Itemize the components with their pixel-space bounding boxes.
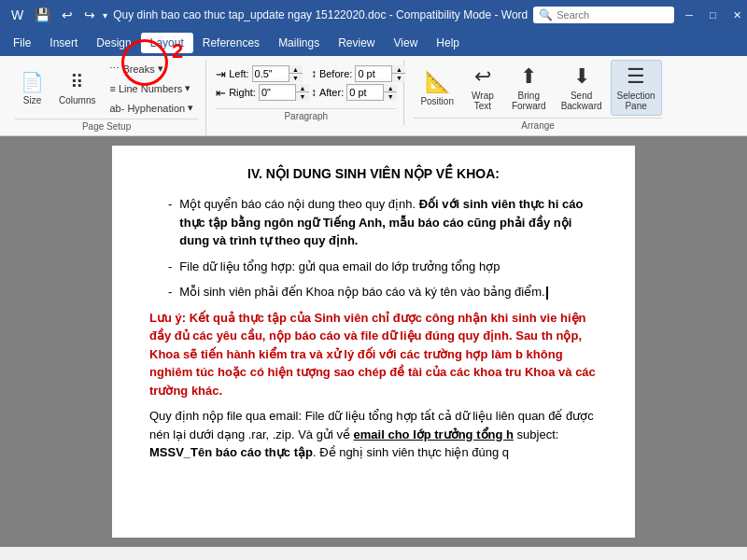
- indent-right-up[interactable]: ▲: [296, 84, 309, 92]
- menu-file[interactable]: File: [4, 33, 40, 53]
- title-bar: W 💾 ↩ ↪ ▾ Quy dinh bao cao thuc tap_upda…: [0, 0, 747, 30]
- indent-right-spinbox[interactable]: ▲ ▼: [259, 84, 300, 101]
- selection-pane-button[interactable]: ☰ Selection Pane: [611, 60, 662, 116]
- indent-left-input[interactable]: [255, 68, 289, 79]
- indent-left-down[interactable]: ▼: [289, 74, 303, 82]
- selection-pane-icon: ☰: [627, 64, 645, 89]
- indent-right-row: ⇤ Right: ▲ ▼: [216, 84, 300, 101]
- indent-right-icon: ⇤: [216, 86, 226, 100]
- breaks-dropdown-icon: ▾: [158, 63, 163, 75]
- search-icon: 🔍: [539, 8, 553, 21]
- indent-left-up[interactable]: ▲: [289, 65, 303, 74]
- ribbon: 📄 Size ⠿ Columns ⋯ Breaks ▾ ≡ Line Numbe: [0, 56, 747, 136]
- spacing-before-icon: ↕: [311, 67, 317, 80]
- spacing-before-spinbox[interactable]: ▲ ▼: [355, 65, 396, 82]
- minimize-button[interactable]: ─: [680, 7, 698, 22]
- size-icon: 📄: [21, 71, 44, 93]
- list-item-2: - File dữ liệu tổng hợp: gửi qua email d…: [149, 258, 598, 276]
- left-label: Left:: [229, 68, 248, 79]
- columns-button[interactable]: ⠿ Columns: [53, 67, 101, 109]
- spacing-after-spinbox[interactable]: ▲ ▼: [346, 84, 388, 101]
- paragraph-group: ⇥ Left: ▲ ▼ ⇤ Right:: [208, 60, 404, 125]
- arrange-label: Arrange: [414, 118, 661, 131]
- hyphenation-dropdown-icon: ▾: [188, 102, 193, 114]
- search-input[interactable]: [557, 9, 669, 21]
- indent-left-spinbox[interactable]: ▲ ▼: [252, 65, 293, 82]
- before-label: Before:: [319, 68, 352, 79]
- redo-button[interactable]: ↪: [80, 6, 99, 24]
- spacing-after-row: ↕ After: ▲ ▼: [311, 84, 396, 101]
- indent-left-row: ⇥ Left: ▲ ▼: [216, 65, 300, 82]
- send-backward-icon: ⬇: [573, 64, 590, 89]
- menu-references[interactable]: References: [193, 33, 269, 53]
- spacing-after-up[interactable]: ▲: [384, 84, 397, 92]
- list-item-3: - Mỗi sinh viên phải đến Khoa nộp báo cá…: [149, 283, 598, 301]
- quick-access-toolbar: W 💾 ↩ ↪ ▾: [7, 6, 107, 24]
- position-button[interactable]: 📐 Position: [414, 65, 460, 111]
- more-quick-access[interactable]: ▾: [103, 10, 107, 21]
- list-item-1: - Một quyển báo cáo nội dung theo quy đị…: [149, 195, 598, 250]
- spacing-after-icon: ↕: [311, 86, 317, 99]
- hyphenation-button[interactable]: ab- Hyphenation ▾: [105, 99, 198, 117]
- email-instructions: Quy định nộp file qua email: File dữ liệ…: [149, 407, 598, 462]
- columns-icon: ⠿: [70, 71, 84, 93]
- indent-right-down[interactable]: ▼: [296, 92, 309, 101]
- bullet-dash-2: -: [168, 258, 172, 276]
- spacing-before-up[interactable]: ▲: [392, 65, 405, 74]
- bullet-dash-1: -: [168, 195, 172, 250]
- line-numbers-icon: ≡: [109, 83, 115, 94]
- right-label: Right:: [229, 87, 256, 98]
- menu-review[interactable]: Review: [329, 33, 384, 53]
- indent-right-input[interactable]: [261, 87, 295, 98]
- menu-insert[interactable]: Insert: [40, 33, 87, 53]
- save-button[interactable]: 💾: [31, 6, 54, 24]
- wrap-text-button[interactable]: ↩ Wrap Text: [462, 60, 503, 116]
- bullet-dash-3: -: [168, 283, 172, 301]
- line-numbers-button[interactable]: ≡ Line Numbers ▾: [105, 79, 198, 97]
- menu-bar: File Insert Design Layout References Mai…: [0, 30, 747, 56]
- bullet-text-1: Một quyển báo cáo nội dung theo quy định…: [179, 195, 598, 250]
- document-page[interactable]: 1 IV. NỘI DUNG SINH VIÊN NỘP VỀ KHOA: - …: [112, 146, 635, 538]
- bullet-text-3: Mỗi sinh viên phải đến Khoa nộp báo cáo …: [179, 283, 547, 301]
- search-box[interactable]: 🔍: [533, 7, 674, 23]
- spacing-before-row: ↕ Before: ▲ ▼: [311, 65, 396, 82]
- spacing-after-input[interactable]: [349, 87, 383, 98]
- breaks-button[interactable]: ⋯ Breaks ▾: [105, 60, 198, 77]
- text-cursor: [546, 287, 548, 300]
- indent-left-icon: ⇥: [216, 67, 226, 81]
- bullet-text-2: File dữ liệu tổng hợp: gửi qua email do …: [179, 258, 500, 276]
- size-button[interactable]: 📄 Size: [15, 67, 49, 109]
- after-label: After:: [319, 87, 344, 98]
- word-logo[interactable]: W: [7, 6, 27, 24]
- indent-controls: ⇥ Left: ▲ ▼ ⇤ Right:: [216, 65, 300, 101]
- line-numbers-dropdown-icon: ▾: [185, 82, 190, 94]
- close-button[interactable]: ✕: [727, 7, 747, 23]
- position-icon: 📐: [425, 70, 450, 94]
- spacing-before-input[interactable]: [358, 68, 391, 79]
- bring-forward-icon: ⬆: [520, 64, 537, 89]
- menu-view[interactable]: View: [385, 33, 428, 53]
- bring-forward-button[interactable]: ⬆ Bring Forward: [505, 60, 553, 116]
- page-setup-options: ⋯ Breaks ▾ ≡ Line Numbers ▾ ab- Hyphenat…: [105, 60, 198, 117]
- menu-design[interactable]: Design: [87, 33, 140, 53]
- document-title: Quy dinh bao cao thuc tap_update ngay 15…: [113, 8, 528, 21]
- spacing-controls: ↕ Before: ▲ ▼ ↕ After:: [311, 65, 396, 101]
- menu-mailings[interactable]: Mailings: [269, 33, 329, 53]
- document-area: 1 IV. NỘI DUNG SINH VIÊN NỘP VỀ KHOA: - …: [0, 136, 747, 547]
- page-setup-label: Page Setup: [15, 119, 198, 132]
- red-notice: Lưu ý: Kết quả thực tập của Sinh viên ch…: [149, 309, 598, 400]
- maximize-button[interactable]: □: [704, 7, 722, 22]
- menu-help[interactable]: Help: [427, 33, 469, 53]
- undo-button[interactable]: ↩: [58, 6, 77, 24]
- breaks-icon: ⋯: [109, 63, 120, 75]
- wrap-text-icon: ↩: [474, 64, 491, 89]
- section-heading: IV. NỘI DUNG SINH VIÊN NỘP VỀ KHOA:: [149, 164, 598, 184]
- spacing-after-down[interactable]: ▼: [384, 92, 397, 101]
- hyphenation-icon: ab-: [109, 103, 124, 114]
- page-setup-group: 📄 Size ⠿ Columns ⋯ Breaks ▾ ≡ Line Numbe: [7, 60, 206, 135]
- paragraph-label: Paragraph: [216, 108, 396, 121]
- spacing-before-down[interactable]: ▼: [392, 74, 405, 82]
- arrange-group: 📐 Position ↩ Wrap Text ⬆ Bring Forward ⬇…: [406, 60, 669, 134]
- send-backward-button[interactable]: ⬇ Send Backward: [555, 60, 609, 116]
- menu-layout[interactable]: Layout: [141, 33, 193, 53]
